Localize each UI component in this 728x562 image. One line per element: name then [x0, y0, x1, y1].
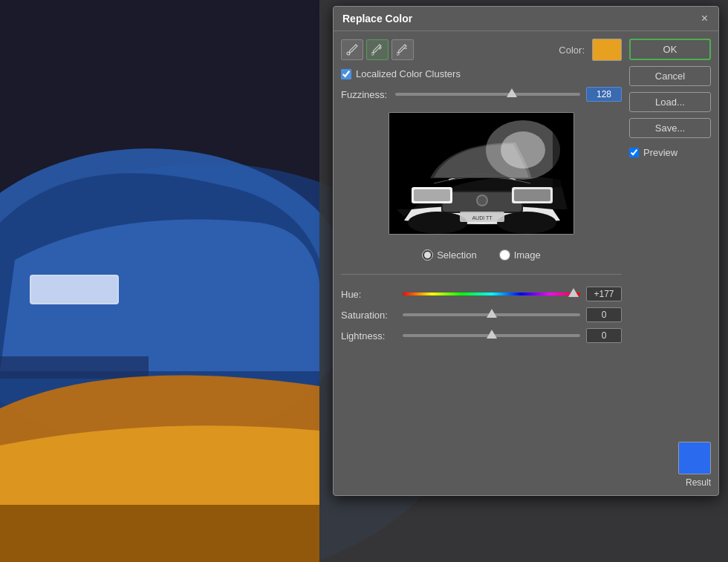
save-button[interactable]: Save...	[629, 118, 711, 138]
preview-area: AUDI TT	[341, 109, 622, 238]
hue-value-input[interactable]	[586, 287, 622, 301]
eyedropper-tool-button[interactable]	[341, 39, 363, 60]
selection-radio-label[interactable]: Selection	[422, 249, 476, 261]
saturation-label: Saturation:	[341, 310, 397, 321]
result-swatch	[678, 442, 711, 474]
dialog-title: Replace Color	[342, 13, 412, 24]
fuzziness-value[interactable]: 128	[586, 87, 622, 102]
fuzziness-slider[interactable]	[395, 93, 580, 96]
svg-rect-18	[414, 189, 450, 201]
saturation-slider[interactable]	[403, 313, 580, 316]
svg-text:AUDI TT: AUDI TT	[472, 215, 493, 220]
hue-slider-container	[403, 293, 580, 295]
divider	[341, 274, 622, 275]
preview-image-svg: AUDI TT	[389, 113, 574, 235]
saturation-row: Saturation:	[341, 307, 622, 322]
svg-text:−: −	[403, 45, 407, 52]
result-area: Result	[629, 436, 711, 488]
localized-color-clusters-label[interactable]: Localized Color Clusters	[356, 68, 461, 79]
tools-row: + − Color:	[341, 39, 622, 61]
hue-slider[interactable]	[403, 293, 580, 295]
hue-row: Hue:	[341, 287, 622, 301]
color-swatch[interactable]	[592, 39, 622, 61]
replace-color-dialog: Replace Color ×	[333, 6, 719, 496]
svg-rect-26	[389, 113, 412, 187]
svg-point-25	[501, 131, 545, 169]
saturation-slider-container	[403, 313, 580, 316]
image-label: Image	[514, 249, 541, 261]
svg-text:+: +	[378, 45, 382, 52]
sliders-section: Hue: Saturation:	[341, 284, 622, 343]
selection-label: Selection	[437, 249, 476, 261]
dialog-titlebar: Replace Color ×	[334, 7, 718, 31]
hue-label: Hue:	[341, 289, 397, 300]
dialog-right: OK Cancel Load... Save... Preview Result	[629, 39, 711, 488]
fuzziness-label: Fuzziness:	[341, 89, 389, 100]
preview-checkbox[interactable]	[629, 148, 639, 157]
selection-radio[interactable]	[422, 249, 433, 261]
ok-button[interactable]: OK	[629, 39, 711, 60]
svg-rect-19	[514, 189, 550, 201]
radio-row: Selection Image	[341, 245, 622, 265]
lightness-label: Lightness:	[341, 330, 397, 342]
dialog-body: + − Color: Loc	[334, 31, 718, 495]
fuzziness-slider-container	[395, 93, 580, 96]
image-radio-label[interactable]: Image	[499, 249, 541, 261]
dialog-left: + − Color: Loc	[341, 39, 622, 488]
lightness-row: Lightness:	[341, 328, 622, 343]
eyedropper-add-tool-button[interactable]: +	[366, 39, 389, 60]
svg-point-8	[347, 52, 350, 55]
preview-checkbox-row: Preview	[629, 147, 711, 158]
result-label: Result	[686, 477, 711, 488]
load-button[interactable]: Load...	[629, 92, 711, 112]
svg-point-22	[408, 212, 467, 234]
localized-color-clusters-checkbox[interactable]	[341, 69, 351, 79]
lightness-value-input[interactable]	[586, 328, 622, 343]
lightness-slider[interactable]	[403, 334, 580, 337]
lightness-slider-container	[403, 334, 580, 337]
dialog-overlay: Replace Color ×	[0, 0, 728, 562]
preview-label[interactable]: Preview	[643, 147, 677, 158]
color-label: Color:	[559, 45, 585, 56]
fuzziness-row: Fuzziness: 128	[341, 87, 622, 102]
svg-point-23	[497, 212, 556, 234]
preview-image: AUDI TT	[389, 112, 574, 235]
svg-rect-27	[553, 113, 574, 187]
image-radio[interactable]	[499, 249, 510, 261]
eyedropper-remove-tool-button[interactable]: −	[391, 39, 414, 60]
close-button[interactable]: ×	[700, 13, 709, 24]
cancel-button[interactable]: Cancel	[629, 66, 711, 86]
localized-color-clusters-row: Localized Color Clusters	[341, 68, 622, 79]
svg-point-21	[478, 196, 487, 205]
saturation-value-input[interactable]	[586, 307, 622, 322]
